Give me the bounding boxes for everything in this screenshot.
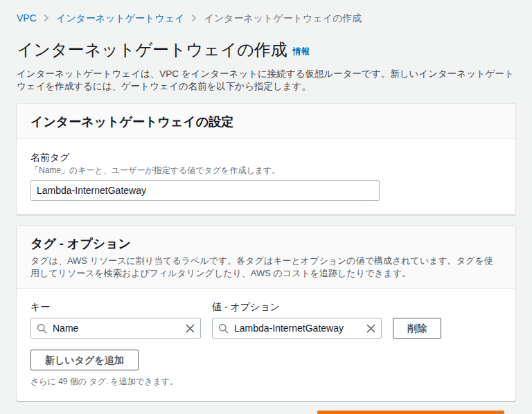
info-link[interactable]: 情報 [293,46,310,56]
igw-settings-card-body: 名前タグ 「Name」のキーと、ユーザーが指定する値でタグを作成します。 [17,139,515,215]
igw-settings-card: インターネットゲートウェイの設定 名前タグ 「Name」のキーと、ユーザーが指定… [17,104,515,215]
breadcrumb-link-vpc[interactable]: VPC [17,11,37,25]
igw-settings-card-header: インターネットゲートウェイの設定 [17,104,515,139]
tags-remaining-note: さらに 49 個の タグ. を追加できます。 [30,376,502,387]
tags-card-body: キー 値 - オプション [17,289,515,401]
name-tag-help-text: 「Name」のキーと、ユーザーが指定する値でタグを作成します。 [30,165,502,176]
add-new-tag-button[interactable]: 新しいタグを追加 [30,350,139,370]
tag-value-field [212,318,382,339]
igw-settings-card-title: インターネットゲートウェイの設定 [30,114,502,130]
breadcrumb-current: インターネットゲートウェイの作成 [204,11,362,25]
chevron-right-icon [43,14,50,22]
tags-card-title: タグ - オプション [30,235,502,252]
tag-key-input[interactable] [30,318,201,339]
tags-card-header: タグ - オプション タグは、AWS リソースに割り当てるラベルです。各タグはキ… [17,226,515,289]
name-tag-input[interactable] [30,180,380,201]
form-actions: キャンセル インターネットゲートウェイの作成 [17,411,504,414]
breadcrumb-link-internet-gateways[interactable]: インターネットゲートウェイ [56,11,185,25]
create-internet-gateway-button[interactable]: インターネットゲートウェイの作成 [317,411,504,414]
tag-value-column: 値 - オプション [212,300,382,339]
clear-value-icon[interactable] [364,321,378,335]
create-internet-gateway-page: VPC インターネットゲートウェイ インターネットゲートウェイの作成 インターネ… [0,11,532,414]
tag-key-label: キー [30,300,201,314]
tag-value-label: 値 - オプション [212,300,382,314]
tags-card: タグ - オプション タグは、AWS リソースに割り当てるラベルです。各タグはキ… [17,226,515,401]
page-title: インターネットゲートウェイの作成情報 [17,39,515,62]
chevron-right-icon [190,14,197,22]
tag-row: キー 値 - オプション [30,300,502,339]
breadcrumb: VPC インターネットゲートウェイ インターネットゲートウェイの作成 [17,11,515,25]
tag-key-column: キー [30,300,201,339]
tag-key-field [30,318,201,339]
name-tag-label: 名前タグ [30,150,502,164]
page-title-text: インターネットゲートウェイの作成 [17,40,287,59]
tags-card-description: タグは、AWS リソースに割り当てるラベルです。各タグはキーとオプションの値で構… [30,255,502,280]
remove-tag-button[interactable]: 削除 [393,318,441,339]
clear-key-icon[interactable] [183,321,197,335]
page-description: インターネットゲートウェイは、VPC をインターネットに接続する仮想ルーターです… [17,68,517,93]
tag-value-input[interactable] [212,318,382,339]
